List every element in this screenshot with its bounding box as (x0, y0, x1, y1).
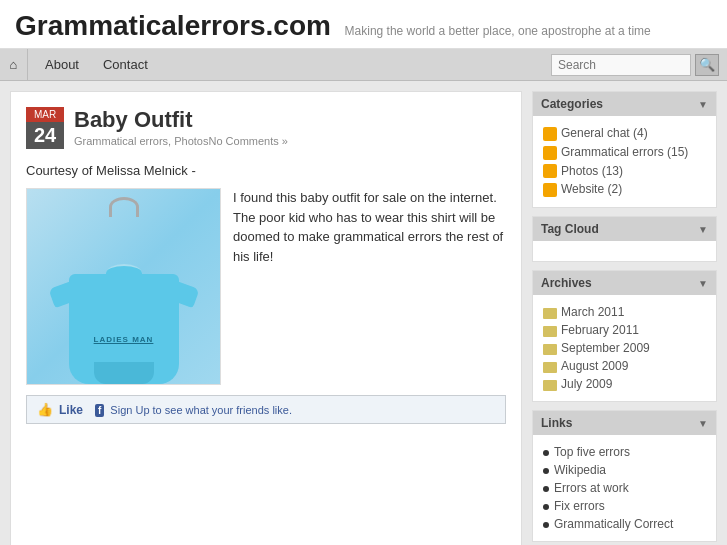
links-list: Top five errorsWikipediaErrors at workFi… (543, 443, 706, 533)
like-thumb-icon[interactable]: 👍 (37, 402, 53, 417)
category-item: Grammatical errors (15) (543, 143, 706, 162)
archive-item: February 2011 (543, 321, 706, 339)
links-arrow-icon[interactable]: ▼ (698, 418, 708, 429)
post-image-container: LADIES MAN (26, 188, 221, 385)
bullet-icon (543, 468, 549, 474)
post-comments-link[interactable]: No Comments » (208, 135, 287, 147)
navigation-bar: ⌂ About Contact 🔍 (0, 49, 727, 81)
search-input[interactable] (551, 54, 691, 76)
bullet-icon (543, 450, 549, 456)
post-meta-categories: Grammatical errors, Photos (74, 135, 208, 147)
link-item: Grammatically Correct (543, 515, 706, 533)
post-text: I found this baby outfit for sale on the… (233, 188, 506, 385)
categories-header: Categories ▼ (533, 92, 716, 116)
category-link[interactable]: General chat (4) (561, 126, 648, 140)
category-link[interactable]: Photos (13) (561, 164, 623, 178)
folder-icon (543, 344, 557, 355)
search-button[interactable]: 🔍 (695, 54, 719, 76)
categories-body: General chat (4)Grammatical errors (15)P… (533, 116, 716, 207)
tag-cloud-header: Tag Cloud ▼ (533, 217, 716, 241)
category-link[interactable]: Grammatical errors (15) (561, 145, 688, 159)
nav-link-contact[interactable]: Contact (91, 51, 160, 78)
links-header: Links ▼ (533, 411, 716, 435)
archive-link[interactable]: March 2011 (561, 305, 624, 319)
category-icon (543, 146, 557, 160)
link-item: Errors at work (543, 479, 706, 497)
categories-list: General chat (4)Grammatical errors (15)P… (543, 124, 706, 199)
category-item: General chat (4) (543, 124, 706, 143)
post-body: LADIES MAN I found this baby outfit for … (26, 188, 506, 385)
folder-icon (543, 308, 557, 319)
archive-item: July 2009 (543, 375, 706, 393)
like-label[interactable]: Like (59, 403, 83, 417)
link-item: Fix errors (543, 497, 706, 515)
archive-link[interactable]: September 2009 (561, 341, 650, 355)
external-link[interactable]: Top five errors (554, 445, 630, 459)
home-icon[interactable]: ⌂ (0, 49, 28, 81)
external-link[interactable]: Errors at work (554, 481, 629, 495)
like-bar: 👍 Like f Sign Up to see what your friend… (26, 395, 506, 424)
category-item: Photos (13) (543, 162, 706, 181)
category-link[interactable]: Website (2) (561, 182, 622, 196)
tag-cloud-widget: Tag Cloud ▼ (532, 216, 717, 262)
category-icon (543, 183, 557, 197)
archive-link[interactable]: July 2009 (561, 377, 612, 391)
site-tagline: Making the world a better place, one apo… (345, 24, 651, 38)
links-body: Top five errorsWikipediaErrors at workFi… (533, 435, 716, 541)
content-wrapper: Mar 24 Baby Outfit Grammatical errors, P… (0, 81, 727, 545)
onesie-text: LADIES MAN (94, 335, 154, 344)
categories-widget: Categories ▼ General chat (4)Grammatical… (532, 91, 717, 208)
tag-cloud-arrow-icon[interactable]: ▼ (698, 224, 708, 235)
archives-header: Archives ▼ (533, 271, 716, 295)
archives-body: March 2011February 2011September 2009Aug… (533, 295, 716, 401)
folder-icon (543, 326, 557, 337)
link-item: Top five errors (543, 443, 706, 461)
bullet-icon (543, 486, 549, 492)
nav-link-about[interactable]: About (33, 51, 91, 78)
sidebar: Categories ▼ General chat (4)Grammatical… (532, 91, 717, 545)
post-meta: Grammatical errors, Photos No Comments » (74, 135, 288, 147)
like-signup-text[interactable]: Sign Up to see what your friends like. (110, 404, 292, 416)
category-item: Website (2) (543, 180, 706, 199)
post-title: Baby Outfit (74, 107, 288, 133)
folder-icon (543, 362, 557, 373)
tag-cloud-body (533, 241, 716, 261)
archives-arrow-icon[interactable]: ▼ (698, 278, 708, 289)
post-date: Mar 24 (26, 107, 64, 149)
site-header: Grammaticalerrors.com Making the world a… (0, 0, 727, 49)
site-title: Grammaticalerrors.com (15, 10, 331, 41)
archives-widget: Archives ▼ March 2011February 2011Septem… (532, 270, 717, 402)
folder-icon (543, 380, 557, 391)
archive-item: March 2011 (543, 303, 706, 321)
post-courtesy: Courtesy of Melissa Melnick - (26, 163, 506, 178)
bullet-icon (543, 504, 549, 510)
main-content: Mar 24 Baby Outfit Grammatical errors, P… (10, 91, 522, 545)
fb-icon: f (95, 404, 104, 416)
external-link[interactable]: Wikipedia (554, 463, 606, 477)
post-date-month: Mar (26, 107, 64, 122)
category-icon (543, 164, 557, 178)
post-date-day: 24 (26, 122, 64, 149)
facebook-icon: f (95, 404, 104, 417)
bullet-icon (543, 522, 549, 528)
search-area: 🔍 (551, 54, 727, 76)
archive-item: September 2009 (543, 339, 706, 357)
archive-link[interactable]: February 2011 (561, 323, 639, 337)
post-image: LADIES MAN (27, 189, 220, 384)
archives-list: March 2011February 2011September 2009Aug… (543, 303, 706, 393)
archive-link[interactable]: August 2009 (561, 359, 628, 373)
links-widget: Links ▼ Top five errorsWikipediaErrors a… (532, 410, 717, 542)
nav-links: About Contact (28, 51, 551, 78)
link-item: Wikipedia (543, 461, 706, 479)
external-link[interactable]: Grammatically Correct (554, 517, 673, 531)
archive-item: August 2009 (543, 357, 706, 375)
category-icon (543, 127, 557, 141)
categories-arrow-icon[interactable]: ▼ (698, 99, 708, 110)
external-link[interactable]: Fix errors (554, 499, 605, 513)
